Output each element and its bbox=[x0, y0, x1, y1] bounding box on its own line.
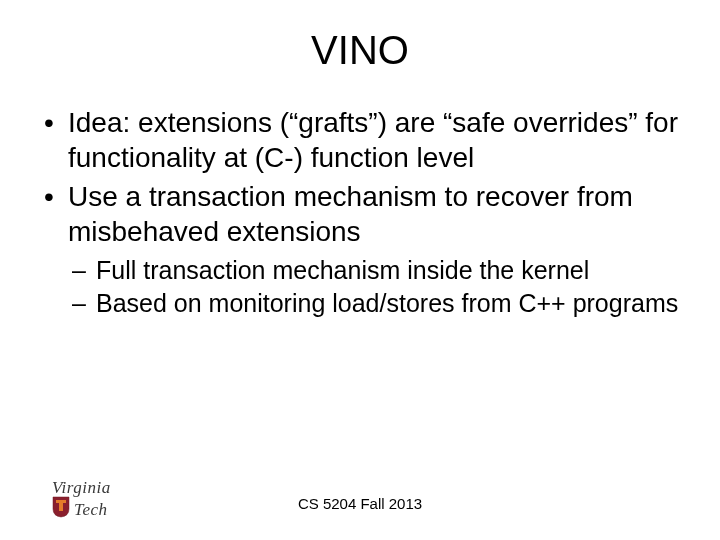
sub-bullet-item: Based on monitoring load/stores from C++… bbox=[40, 288, 680, 319]
sub-bullet-item: Full transaction mechanism inside the ke… bbox=[40, 255, 680, 286]
vt-logo-virginia: Virginia bbox=[52, 479, 111, 496]
slide: VINO Idea: extensions (“grafts”) are “sa… bbox=[0, 0, 720, 540]
vt-logo-tech: Tech bbox=[74, 501, 108, 518]
bullet-item: Idea: extensions (“grafts”) are “safe ov… bbox=[40, 105, 680, 175]
vt-logo-tech-row: Tech bbox=[52, 496, 111, 518]
slide-title: VINO bbox=[40, 28, 680, 73]
sub-bullet-list: Full transaction mechanism inside the ke… bbox=[40, 255, 680, 320]
bullet-list: Idea: extensions (“grafts”) are “safe ov… bbox=[40, 105, 680, 249]
slide-content: Idea: extensions (“grafts”) are “safe ov… bbox=[40, 105, 680, 320]
vt-logo-text: Virginia Tech bbox=[52, 479, 111, 518]
vt-logo: Virginia Tech bbox=[52, 479, 111, 518]
shield-icon bbox=[52, 496, 70, 518]
bullet-item: Use a transaction mechanism to recover f… bbox=[40, 179, 680, 249]
